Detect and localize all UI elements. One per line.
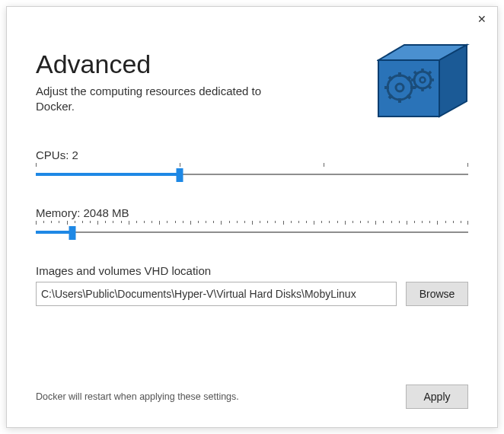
vhd-label: Images and volumes VHD location — [36, 264, 468, 277]
cpus-label: CPUs: 2 — [36, 148, 468, 161]
docker-cube-icon — [377, 43, 470, 121]
dialog-footer: Docker will restart when applying these … — [36, 385, 468, 409]
vhd-path-input[interactable] — [36, 282, 397, 306]
memory-section: Memory: 2048 MB — [36, 206, 468, 240]
memory-slider-fill — [36, 231, 72, 234]
svg-line-8 — [407, 95, 410, 98]
svg-line-10 — [389, 95, 392, 98]
memory-slider[interactable] — [36, 226, 468, 240]
memory-slider-thumb[interactable] — [69, 226, 76, 240]
svg-line-12 — [389, 77, 392, 80]
cpus-section: CPUs: 2 — [36, 148, 468, 182]
vhd-section: Images and volumes VHD location Browse — [36, 264, 468, 306]
apply-button[interactable]: Apply — [406, 385, 468, 409]
cpus-slider[interactable] — [36, 168, 468, 182]
cpus-slider-thumb[interactable] — [177, 168, 183, 182]
page-subtitle: Adjust the computing resources dedicated… — [36, 84, 287, 115]
cpus-ticks — [36, 163, 468, 168]
svg-line-6 — [407, 77, 410, 80]
cpus-slider-fill — [36, 173, 180, 176]
restart-note: Docker will restart when applying these … — [36, 391, 239, 402]
settings-window: ✕ Advanced Adjust the computing resource… — [6, 6, 498, 428]
memory-ticks — [36, 221, 468, 225]
dialog-content: Advanced Adjust the computing resources … — [7, 7, 497, 427]
dialog-header: Advanced Adjust the computing resources … — [36, 49, 468, 115]
browse-button[interactable]: Browse — [406, 282, 468, 306]
memory-label: Memory: 2048 MB — [36, 206, 468, 219]
